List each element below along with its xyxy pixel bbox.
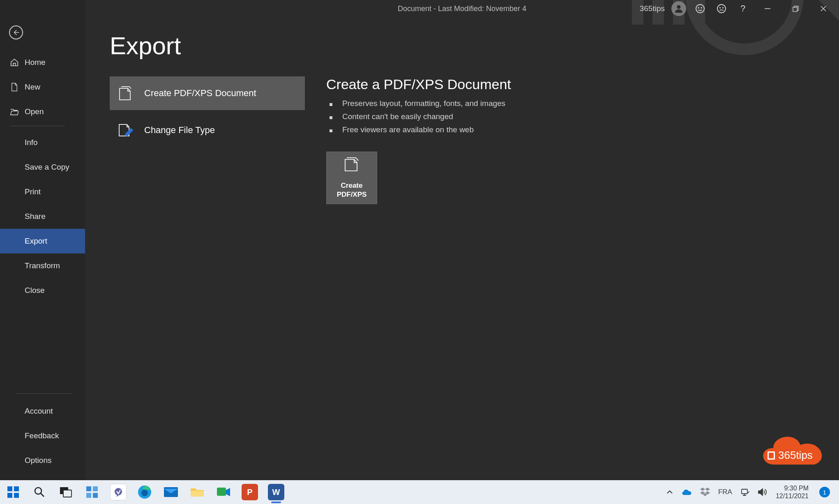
- sidebar-item-feedback[interactable]: Feedback: [0, 423, 85, 448]
- sidebar-item-save-copy[interactable]: Save a Copy: [0, 155, 85, 180]
- big-button-line1: Create: [341, 181, 363, 191]
- option-label: Change File Type: [144, 125, 215, 136]
- taskbar-widgets[interactable]: [79, 480, 105, 504]
- svg-point-4: [701, 7, 702, 8]
- svg-rect-10: [769, 453, 774, 458]
- change-filetype-icon: [116, 121, 134, 139]
- folder-open-icon: [10, 107, 19, 116]
- person-icon: [674, 4, 684, 14]
- taskbar-search[interactable]: [26, 480, 53, 504]
- taskview-icon: [60, 487, 72, 497]
- sidebar-divider: [16, 394, 71, 394]
- sidebar-item-print[interactable]: Print: [0, 180, 85, 204]
- svg-rect-14: [7, 493, 12, 498]
- smile-icon: [695, 4, 705, 14]
- svg-point-5: [717, 5, 726, 13]
- svg-rect-12: [7, 486, 12, 491]
- powerpoint-icon: P: [242, 484, 258, 500]
- minimize-icon: [764, 5, 771, 12]
- sidebar-item-share[interactable]: Share: [0, 204, 85, 229]
- windows-taskbar: P W FRA 9:30 PM 12/11/2021 1: [0, 480, 839, 504]
- page-title: Export: [110, 32, 839, 60]
- sidebar-item-label: Home: [25, 58, 46, 67]
- sidebar-item-new[interactable]: New: [0, 75, 85, 99]
- pdf-document-icon: [343, 156, 361, 175]
- svg-point-3: [698, 7, 699, 8]
- svg-point-6: [720, 7, 721, 8]
- sidebar-divider: [10, 126, 65, 126]
- sidebar-item-open[interactable]: Open: [0, 99, 85, 124]
- widgets-icon: [85, 486, 99, 499]
- arrow-left-icon: [12, 29, 20, 36]
- feedback-smile-button[interactable]: [689, 0, 711, 17]
- sidebar-item-label: Open: [25, 107, 44, 116]
- detail-title: Create a PDF/XPS Document: [326, 76, 511, 92]
- chevron-up-icon: [666, 490, 673, 495]
- svg-point-25: [141, 490, 148, 496]
- svg-rect-22: [93, 493, 98, 498]
- tray-language[interactable]: FRA: [714, 480, 736, 504]
- help-button[interactable]: ?: [732, 0, 754, 17]
- option-create-pdf-xps[interactable]: Create PDF/XPS Document: [110, 76, 305, 110]
- tray-notifications[interactable]: 1: [813, 480, 836, 504]
- close-icon: [820, 5, 827, 12]
- user-avatar[interactable]: [671, 1, 686, 16]
- taskbar-powerpoint[interactable]: P: [237, 480, 263, 504]
- svg-rect-27: [191, 491, 204, 497]
- windows-icon: [7, 486, 20, 499]
- detail-bullet: Content can't be easily changed: [326, 112, 511, 121]
- taskbar-taskview[interactable]: [53, 480, 79, 504]
- video-icon: [216, 486, 231, 498]
- svg-rect-19: [86, 486, 91, 491]
- dropbox-icon: [700, 488, 710, 497]
- tray-time: 9:30 PM: [784, 484, 809, 492]
- taskbar-edge[interactable]: [131, 480, 158, 504]
- tray-volume[interactable]: [754, 480, 772, 504]
- network-icon: [740, 488, 749, 496]
- option-detail: Create a PDF/XPS Document Preserves layo…: [326, 76, 511, 204]
- sidebar-item-info[interactable]: Info: [0, 130, 85, 155]
- tray-dropbox[interactable]: [696, 480, 714, 504]
- maximize-button[interactable]: [781, 0, 809, 17]
- document-icon: [10, 83, 19, 92]
- taskbar-mail[interactable]: [158, 480, 184, 504]
- tray-overflow[interactable]: [662, 480, 677, 504]
- tray-clock[interactable]: 9:30 PM 12/11/2021: [772, 484, 813, 500]
- sidebar-item-transform[interactable]: Transform: [0, 253, 85, 278]
- tray-network[interactable]: [736, 480, 754, 504]
- svg-point-1: [677, 5, 681, 9]
- create-pdf-xps-button[interactable]: Create PDF/XPS: [326, 152, 377, 204]
- home-icon: [10, 58, 19, 67]
- word-icon: W: [268, 484, 284, 500]
- tray-onedrive[interactable]: [677, 480, 696, 504]
- svg-rect-20: [93, 486, 98, 491]
- close-button[interactable]: [809, 0, 837, 17]
- taskbar-chat[interactable]: [105, 480, 131, 504]
- detail-bullet: Free viewers are available on the web: [326, 125, 511, 134]
- sidebar-item-export[interactable]: Export: [0, 229, 85, 253]
- sidebar-item-account[interactable]: Account: [0, 399, 85, 423]
- svg-point-16: [35, 488, 41, 494]
- svg-rect-21: [86, 493, 91, 498]
- svg-rect-29: [742, 489, 747, 494]
- minimize-button[interactable]: [754, 0, 781, 17]
- feedback-frown-button[interactable]: [711, 0, 732, 17]
- svg-point-2: [696, 5, 704, 13]
- option-change-file-type[interactable]: Change File Type: [110, 113, 305, 147]
- svg-rect-28: [217, 488, 226, 496]
- sidebar-item-home[interactable]: Home: [0, 50, 85, 75]
- volume-icon: [758, 488, 768, 496]
- taskbar-word[interactable]: W: [263, 480, 289, 504]
- notification-count: 1: [819, 487, 830, 497]
- username[interactable]: 365tips: [640, 4, 665, 13]
- search-icon: [33, 486, 46, 498]
- taskbar-file-explorer[interactable]: [184, 480, 210, 504]
- sidebar-item-options[interactable]: Options: [0, 448, 85, 473]
- mail-icon: [164, 486, 178, 498]
- start-button[interactable]: [0, 480, 26, 504]
- cloud-icon: [681, 488, 692, 496]
- main-content: Document - Last Modified: November 4 365…: [85, 0, 839, 480]
- back-button[interactable]: [9, 25, 23, 39]
- sidebar-item-close[interactable]: Close: [0, 278, 85, 303]
- taskbar-video-app[interactable]: [210, 480, 237, 504]
